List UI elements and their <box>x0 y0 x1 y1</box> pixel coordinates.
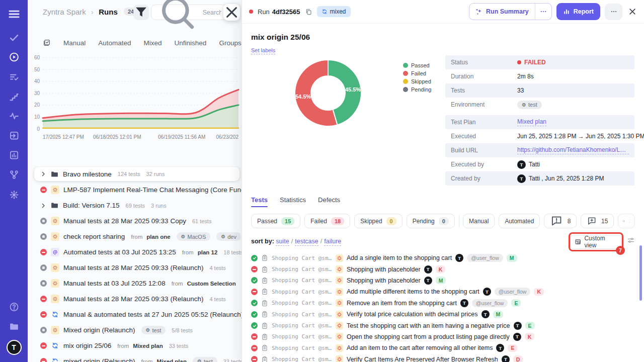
chevron-right-icon[interactable] <box>40 203 46 209</box>
filter-manual-button[interactable]: Manual <box>463 214 495 228</box>
detail-row: Created byTTatti , Jun 25, 2025 1:28 PM <box>445 171 634 186</box>
run-list-item[interactable]: mixed origin (Relaunch)fromMixed plan⚙te… <box>28 353 242 362</box>
search-icon <box>622 220 625 222</box>
menu-icon[interactable] <box>8 8 21 21</box>
run-summary-more-button[interactable] <box>535 4 551 20</box>
git-branch-icon[interactable] <box>9 169 19 180</box>
panel-close-button[interactable] <box>223 4 240 21</box>
gear-icon[interactable] <box>9 190 19 200</box>
run-list-item[interactable]: Manual tests at 28 Mar 2025 09:33 (Relau… <box>28 260 242 276</box>
test-title[interactable]: Open the shopping cart from a product li… <box>347 333 510 340</box>
test-row[interactable]: Shopping Cart @sm…Open the shopping cart… <box>251 331 635 342</box>
test-row[interactable]: Shopping Cart @sm…Shopping with placehol… <box>251 275 635 286</box>
check-icon[interactable] <box>9 32 19 43</box>
run-from-value[interactable]: Mixed plan <box>133 343 163 349</box>
run-list-item[interactable]: Bravo milestone124 tests32 runs <box>34 167 239 181</box>
automated-run-icon <box>51 248 59 256</box>
run-list-item[interactable]: Mixed origin (Relaunch)⚙test5/8 tests <box>28 322 242 338</box>
run-summary-button[interactable]: Run Summary <box>469 4 535 20</box>
test-row[interactable]: Shopping Cart @sm…Add a single item to t… <box>251 252 635 263</box>
run-from-value[interactable]: plan 12 <box>198 249 218 255</box>
test-row[interactable]: Shopping Cart @sm…Shopping with placehol… <box>251 263 635 275</box>
run-list-item[interactable]: Automated tests at 03 Jul 2025 13:25from… <box>28 244 242 260</box>
sort-failure-link[interactable]: failure <box>324 238 341 246</box>
run-list-item[interactable]: Manual tests at 28 Mar 2025 09:33 Copy61… <box>28 213 242 229</box>
assignee-avatar: T <box>460 299 468 307</box>
sort-testcase-link[interactable]: testcase <box>295 238 318 246</box>
copy-icon[interactable] <box>305 8 312 16</box>
chevron-right-icon[interactable] <box>40 171 46 177</box>
folders-icon[interactable] <box>9 321 19 332</box>
run-list-item[interactable]: LMP-587 Implement Real-Time Chat Messagi… <box>28 182 242 198</box>
bar-chart-icon[interactable] <box>9 150 19 160</box>
test-title[interactable]: Add multiple different items to the shop… <box>347 288 479 295</box>
help-icon[interactable] <box>9 302 19 312</box>
steps-icon[interactable] <box>9 92 19 102</box>
runs-tab-automated[interactable]: Automated <box>98 39 131 47</box>
runs-tab-groups[interactable]: Groups <box>219 39 241 47</box>
custom-view-button[interactable]: Custom view <box>570 235 622 249</box>
tab-select-icon[interactable] <box>43 39 51 47</box>
test-title[interactable]: Verify Cart Items Are Preserved After Br… <box>347 356 498 362</box>
test-row[interactable]: Shopping Cart @sm…Verify Cart Items Are … <box>251 354 635 362</box>
sliders-icon[interactable] <box>627 236 635 244</box>
filter-passed-button[interactable]: Passed15 <box>251 214 300 228</box>
test-title[interactable]: Add a single item to the shopping cart <box>347 254 452 261</box>
run-list-item[interactable]: mix origin 25/06fromMixed plan33 tests <box>28 338 242 353</box>
run-from-value[interactable]: Custom Selection <box>187 281 236 287</box>
runs-search[interactable] <box>151 5 227 20</box>
test-title[interactable]: Verify total price calculation with deci… <box>347 311 478 318</box>
test-row[interactable]: Shopping Cart @sm…Remove an item from th… <box>251 298 635 309</box>
scrollbar-thumb[interactable] <box>639 245 642 301</box>
tests-search[interactable] <box>618 214 635 228</box>
inbox-arrow-icon[interactable] <box>9 130 19 141</box>
breadcrumb-section[interactable]: Runs <box>99 8 118 16</box>
test-title[interactable]: Test the shopping cart with an item havi… <box>347 322 510 329</box>
test-title[interactable]: Shopping with placeholder <box>347 266 421 273</box>
filter-automated-button[interactable]: Automated <box>499 214 540 228</box>
list-check-icon[interactable] <box>9 72 19 82</box>
more-actions-button[interactable] <box>605 4 622 20</box>
sort-suite-link[interactable]: suite <box>276 238 289 246</box>
breadcrumb-project[interactable]: Zyntra Spark <box>43 8 86 16</box>
run-list-item[interactable]: Manual tests at 03 Jul 2025 12:08fromCus… <box>28 276 242 291</box>
runs-tab-mixed[interactable]: Mixed <box>144 39 162 47</box>
tab-defects[interactable]: Defects <box>318 196 340 204</box>
test-title[interactable]: Shopping with placeholder <box>347 277 421 284</box>
play-circle-icon[interactable] <box>9 52 19 62</box>
test-title[interactable]: Remove an item from the shopping cart <box>347 300 457 307</box>
set-labels-link[interactable]: Set labels <box>251 47 275 54</box>
run-list-item[interactable]: Manual tests at 28 Mar 2025 09:33 (Relau… <box>28 291 242 307</box>
run-from-value[interactable]: Mixed plan <box>157 358 187 362</box>
filter-button[interactable] <box>133 5 149 20</box>
run-list-item[interactable]: Build: Version 7.1569 tests3 runs <box>28 198 242 213</box>
test-row[interactable]: Shopping Cart @sm…Add multiple different… <box>251 286 635 297</box>
tab-tests[interactable]: Tests <box>251 196 268 204</box>
comment-filter-button[interactable]: 15 <box>581 214 614 228</box>
run-list-item[interactable]: check report sharingfromplan one⚙MacOS⚙d… <box>28 229 242 244</box>
comment-filter-button[interactable]: 8 <box>544 214 577 228</box>
run-list-item[interactable]: Manual & automated tests at 27 Jun 2025 … <box>28 307 242 322</box>
test-row[interactable]: Shopping Cart @sm…Verify total price cal… <box>251 309 635 320</box>
donut-legend: PassedFailedSkippedPending <box>403 62 431 93</box>
filter-skipped-button[interactable]: Skipped0 <box>354 214 403 228</box>
user-avatar[interactable]: T <box>7 340 22 355</box>
detail-link[interactable]: Mixed plan <box>517 118 546 126</box>
test-title[interactable]: Add an item to the cart after removing a… <box>347 344 493 351</box>
test-row[interactable]: Shopping Cart @sm…Add an item to the car… <box>251 342 635 353</box>
activity-icon[interactable] <box>9 111 19 121</box>
runs-tab-manual[interactable]: Manual <box>63 39 86 47</box>
test-row[interactable]: Shopping Cart @sm…Test the shopping cart… <box>251 320 635 331</box>
detail-link[interactable]: https://github.com/TetianaKhomenko/Load-… <box>517 146 629 154</box>
runs-tab-unfinished[interactable]: Unfinished <box>175 39 207 47</box>
run-from-value[interactable]: plan one <box>146 234 170 240</box>
tab-statistics[interactable]: Statistics <box>280 196 306 204</box>
filter-pending-button[interactable]: Pending0 <box>407 214 455 228</box>
filter-failed-button[interactable]: Failed18 <box>304 214 350 228</box>
breadcrumb: Zyntra Spark › Runs 243 <box>43 8 141 16</box>
detail-text: Jun 25, 2025 1:28 PM → Jun 25, 2025 1:30… <box>517 133 644 140</box>
drawer-close-button[interactable] <box>628 7 637 16</box>
runs-search-input[interactable] <box>202 9 222 17</box>
report-button[interactable]: Report <box>556 3 600 20</box>
tests-search-input[interactable] <box>628 217 630 225</box>
